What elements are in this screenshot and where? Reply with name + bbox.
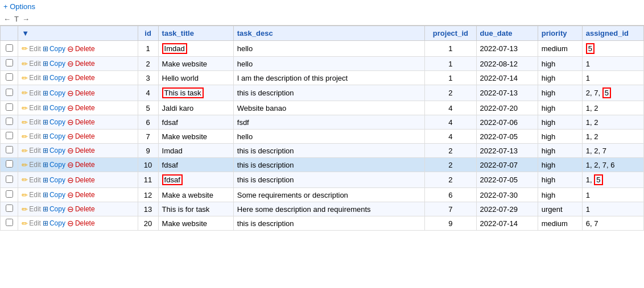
row-checkbox-cell (1, 158, 18, 172)
row-checkbox[interactable] (6, 59, 13, 66)
row-checkbox[interactable] (6, 160, 13, 168)
delete-button[interactable]: ⊖ Delete (67, 89, 95, 98)
copy-label: Copy (49, 161, 65, 169)
delete-button[interactable]: ⊖ Delete (67, 132, 95, 141)
copy-label: Copy (49, 176, 65, 184)
copy-button[interactable]: ⊞ Copy (43, 205, 65, 213)
row-project-id: 2 (425, 144, 476, 158)
row-priority: urgent (538, 202, 582, 216)
header-project-id: project_id (425, 26, 476, 41)
edit-button[interactable]: ✏ Edit (22, 205, 41, 214)
copy-button[interactable]: ⊞ Copy (43, 74, 65, 82)
row-checkbox[interactable] (6, 118, 13, 125)
row-checkbox[interactable] (6, 190, 13, 198)
copy-button[interactable]: ⊞ Copy (43, 60, 65, 68)
row-actions-cell: ✏ Edit ⊞ Copy ⊖ Delete (18, 57, 138, 71)
copy-button[interactable]: ⊞ Copy (43, 191, 65, 199)
assigned-id-badge: 5 (586, 43, 595, 54)
copy-button[interactable]: ⊞ Copy (43, 161, 65, 169)
edit-button[interactable]: ✏ Edit (22, 161, 41, 169)
edit-button[interactable]: ✏ Edit (22, 74, 41, 82)
row-id: 1 (138, 41, 158, 57)
delete-button[interactable]: ⊖ Delete (67, 190, 95, 199)
edit-button[interactable]: ✏ Edit (22, 118, 41, 127)
options-link[interactable]: + Options (0, 0, 644, 13)
delete-icon: ⊖ (67, 103, 74, 112)
row-checkbox[interactable] (6, 44, 13, 52)
delete-label: Delete (75, 118, 95, 126)
row-project-id: 4 (425, 115, 476, 130)
delete-icon: ⊖ (67, 89, 74, 98)
delete-button[interactable]: ⊖ Delete (67, 118, 95, 127)
row-checkbox-cell (1, 202, 18, 216)
copy-label: Copy (49, 132, 65, 140)
copy-button[interactable]: ⊞ Copy (43, 45, 65, 53)
row-priority: high (538, 172, 582, 188)
edit-button[interactable]: ✏ Edit (22, 147, 41, 155)
delete-button[interactable]: ⊖ Delete (67, 219, 95, 228)
row-checkbox-cell (1, 115, 18, 130)
row-actions-cell: ✏ Edit ⊞ Copy ⊖ Delete (18, 130, 138, 144)
copy-icon: ⊞ (43, 45, 48, 53)
copy-button[interactable]: ⊞ Copy (43, 118, 65, 126)
edit-button[interactable]: ✏ Edit (22, 44, 41, 53)
row-checkbox[interactable] (6, 219, 13, 226)
delete-button[interactable]: ⊖ Delete (67, 176, 95, 185)
edit-button[interactable]: ✏ Edit (22, 219, 41, 228)
row-id: 4 (138, 85, 158, 101)
row-task-desc: this is description (233, 172, 424, 188)
row-checkbox[interactable] (6, 146, 13, 153)
delete-button[interactable]: ⊖ Delete (67, 146, 95, 155)
pivot-icon[interactable]: T (14, 15, 19, 23)
edit-button[interactable]: ✏ Edit (22, 191, 41, 199)
delete-button[interactable]: ⊖ Delete (67, 160, 95, 169)
copy-button[interactable]: ⊞ Copy (43, 147, 65, 155)
row-checkbox[interactable] (6, 73, 13, 81)
sort-icon[interactable]: ▼ (22, 29, 29, 37)
delete-label: Delete (75, 161, 95, 169)
copy-button[interactable]: ⊞ Copy (43, 219, 65, 227)
row-task-title: Make website (158, 216, 233, 231)
arrow-left-icon[interactable]: ← (3, 15, 11, 23)
row-assigned-id: 1, 5 (582, 172, 643, 188)
row-checkbox-cell (1, 57, 18, 71)
delete-button[interactable]: ⊖ Delete (67, 204, 95, 214)
edit-button[interactable]: ✏ Edit (22, 104, 41, 112)
header-task-desc: task_desc (233, 26, 424, 41)
edit-button[interactable]: ✏ Edit (22, 89, 41, 97)
header-due-date: due_date (476, 26, 538, 41)
pencil-icon: ✏ (22, 60, 28, 68)
copy-button[interactable]: ⊞ Copy (43, 89, 65, 97)
row-due-date: 2022-07-14 (476, 71, 538, 85)
edit-button[interactable]: ✏ Edit (22, 132, 41, 141)
pencil-icon: ✏ (22, 44, 28, 53)
delete-icon: ⊖ (67, 160, 74, 169)
row-assigned-id: 1 (582, 202, 643, 216)
edit-button[interactable]: ✏ Edit (22, 176, 41, 184)
arrow-right-icon[interactable]: → (22, 15, 30, 23)
delete-button[interactable]: ⊖ Delete (67, 44, 95, 53)
copy-button[interactable]: ⊞ Copy (43, 176, 65, 184)
row-checkbox[interactable] (6, 132, 13, 139)
delete-button[interactable]: ⊖ Delete (67, 73, 95, 82)
copy-label: Copy (49, 219, 65, 227)
delete-button[interactable]: ⊖ Delete (67, 59, 95, 68)
row-id: 6 (138, 115, 158, 130)
row-checkbox[interactable] (6, 176, 13, 183)
delete-button[interactable]: ⊖ Delete (67, 103, 95, 112)
edit-label: Edit (29, 176, 41, 184)
row-id: 10 (138, 158, 158, 172)
copy-button[interactable]: ⊞ Copy (43, 132, 65, 140)
row-checkbox[interactable] (6, 204, 13, 212)
row-task-title: Make website (158, 130, 233, 144)
copy-button[interactable]: ⊞ Copy (43, 104, 65, 112)
row-assigned-id: 1, 2, 7, 6 (582, 158, 643, 172)
edit-label: Edit (29, 118, 41, 126)
row-assigned-id: 1, 2 (582, 101, 643, 115)
row-assigned-id: 6, 7 (582, 216, 643, 231)
edit-button[interactable]: ✏ Edit (22, 60, 41, 68)
row-checkbox[interactable] (6, 103, 13, 111)
row-actions-cell: ✏ Edit ⊞ Copy ⊖ Delete (18, 85, 138, 101)
delete-label: Delete (75, 219, 95, 227)
row-checkbox[interactable] (6, 89, 13, 96)
